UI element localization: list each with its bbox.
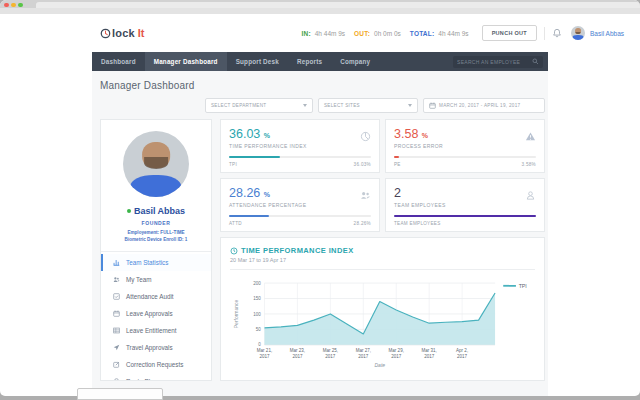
nav-item-reports[interactable]: Reports — [288, 52, 331, 71]
pie-chart-icon — [360, 128, 371, 146]
profile-section: Basil Abbas FOUNDER Employement: FULL-TI… — [101, 120, 211, 252]
users-group-icon — [360, 187, 371, 205]
user-avatar[interactable] — [571, 26, 585, 40]
employee-search-input[interactable] — [457, 59, 532, 65]
tpi-chart-card: TIME PERFORMANCE INDEX 20 Mar 17 to 19 A… — [220, 237, 545, 381]
sidebar-item-leave-entitlement[interactable]: Leave Entitlement — [101, 322, 211, 339]
employee-search — [453, 56, 543, 68]
tpi-chart: 050100150200Mar 21,2017Mar 23,2017Mar 25… — [230, 274, 535, 372]
stat-card-process-error: 3.58 % PROCESS ERROR PE 3.58% — [385, 119, 545, 173]
attd-footer-label: ATTD — [229, 221, 242, 226]
sites-select[interactable]: SELECT SITES — [318, 98, 418, 113]
biometric-id: Biometric Device Enroll ID: 1 — [101, 236, 211, 243]
window-controls — [4, 3, 23, 8]
browser-chrome — [0, 0, 640, 14]
punch-out-button[interactable]: PUNCH OUT — [482, 25, 537, 41]
sidebar-item-travel-approvals[interactable]: Travel Approvals — [101, 339, 211, 356]
user-icon — [525, 187, 536, 205]
svg-text:2017: 2017 — [358, 354, 369, 359]
in-value: 4h 44m 9s — [315, 30, 345, 37]
grid-table-icon — [113, 327, 120, 334]
calendar-icon — [113, 310, 120, 317]
svg-text:2017: 2017 — [259, 354, 270, 359]
svg-text:2017: 2017 — [391, 354, 402, 359]
total-label: TOTAL: — [410, 30, 434, 37]
employment-type: Employement: FULL-TIME — [101, 229, 211, 236]
svg-text:Mar 29,: Mar 29, — [389, 348, 404, 353]
svg-text:0: 0 — [258, 342, 261, 347]
svg-text:150: 150 — [253, 296, 261, 301]
svg-text:TPI: TPI — [519, 283, 527, 289]
filter-bar: SELECT DEPARTMENT SELECT SITES MARCH 20,… — [100, 98, 545, 113]
sidebar-item-my-team[interactable]: My Team — [101, 271, 211, 288]
window-minimize-button[interactable] — [11, 3, 16, 8]
pe-label: PROCESS ERROR — [394, 143, 536, 149]
logo-word: lock — [112, 27, 135, 39]
chevron-down-icon — [303, 104, 307, 107]
department-select[interactable]: SELECT DEPARTMENT — [205, 98, 313, 113]
total-value: 4h 44m 9s — [438, 30, 468, 37]
browser-window: lock It IN: 4h 44m 9s OUT: 0h 0m 0s TOTA… — [0, 0, 640, 396]
sidebar-item-team-statistics[interactable]: Team Statistics — [101, 254, 211, 271]
tpi-value: 36.03 % — [229, 127, 371, 141]
attd-value: 28.26 % — [229, 186, 371, 200]
team-footer-label: TEAM EMPLOYEES — [394, 221, 441, 226]
profile-role: FOUNDER — [101, 220, 211, 226]
svg-text:Mar 21,: Mar 21, — [257, 348, 272, 353]
pe-value: 3.58 % — [394, 127, 536, 141]
stat-card-tpi: 36.03 % TIME PERFORMANCE INDEX TPI 36.03… — [220, 119, 380, 173]
nav-item-manager-dashboard[interactable]: Manager Dashboard — [145, 52, 227, 71]
sidebar-item-correction-requests[interactable]: Correction Requests — [101, 356, 211, 373]
svg-text:50: 50 — [256, 327, 262, 332]
svg-text:2017: 2017 — [325, 354, 336, 359]
dashboard-content: Manager Dashboard SELECT DEPARTMENT SELE… — [92, 71, 548, 396]
online-status-dot — [127, 209, 131, 213]
clock-logo-icon — [100, 28, 111, 39]
logo-accent: It — [138, 27, 145, 39]
stat-card-attendance: 28.26 % ATTENDANCE PERCENTAGE ATTD 28.26… — [220, 178, 380, 232]
time-summary: IN: 4h 44m 9s OUT: 0h 0m 0s TOTAL: 4h 44… — [301, 30, 473, 37]
warning-triangle-icon — [525, 128, 536, 146]
sidebar-item-route-planner[interactable]: Route Planner — [101, 373, 211, 381]
nav-item-support-desk[interactable]: Support Desk — [227, 52, 288, 71]
notification-bell-icon[interactable] — [552, 28, 562, 38]
attd-label: ATTENDANCE PERCENTAGE — [229, 202, 371, 208]
window-close-button[interactable] — [4, 3, 9, 8]
search-icon[interactable] — [532, 58, 539, 65]
bar-chart-icon — [113, 259, 120, 266]
tpi-footer-value: 36.03% — [354, 162, 371, 167]
team-value: 2 — [394, 186, 536, 200]
sidebar-item-attendance-audit[interactable]: Attendance Audit — [101, 288, 211, 305]
svg-text:2017: 2017 — [424, 354, 435, 359]
svg-text:Mar 25,: Mar 25, — [323, 348, 338, 353]
profile-sidebar: Basil Abbas FOUNDER Employement: FULL-TI… — [100, 119, 212, 381]
browser-status-bubble — [77, 388, 163, 400]
svg-text:Mar 31,: Mar 31, — [422, 348, 437, 353]
date-range-picker[interactable]: MARCH 20, 2017 - APRIL 19, 2017 — [423, 98, 545, 113]
main-nav: Dashboard Manager Dashboard Support Desk… — [92, 52, 548, 71]
svg-text:2017: 2017 — [292, 354, 303, 359]
tpi-chart-svg: 050100150200Mar 21,2017Mar 23,2017Mar 25… — [230, 274, 535, 372]
check-square-icon — [113, 293, 120, 300]
browser-toolbar — [0, 8, 640, 14]
clock-icon — [230, 247, 238, 255]
chart-subtitle: 20 Mar 17 to 19 Apr 17 — [230, 257, 535, 270]
app-logo[interactable]: lock It — [100, 27, 145, 39]
window-zoom-button[interactable] — [18, 3, 23, 8]
sidebar-item-leave-approvals[interactable]: Leave Approvals — [101, 305, 211, 322]
tpi-footer-label: TPI — [229, 162, 237, 167]
tpi-label: TIME PERFORMANCE INDEX — [229, 143, 371, 149]
sidebar-menu: Team Statistics My Team Attendance Audit… — [101, 252, 211, 381]
svg-text:Mar 23,: Mar 23, — [290, 348, 305, 353]
chevron-down-icon — [408, 104, 412, 107]
out-value: 0h 0m 0s — [374, 30, 401, 37]
in-label: IN: — [301, 30, 310, 37]
out-label: OUT: — [354, 30, 370, 37]
profile-name: Basil Abbas — [134, 206, 185, 216]
nav-item-dashboard[interactable]: Dashboard — [92, 52, 145, 71]
edit-pencil-icon — [113, 361, 120, 368]
pe-footer-label: PE — [394, 162, 401, 167]
user-name[interactable]: Basil Abbas — [590, 30, 624, 37]
map-pin-icon — [113, 378, 120, 381]
nav-item-company[interactable]: Company — [331, 52, 379, 71]
